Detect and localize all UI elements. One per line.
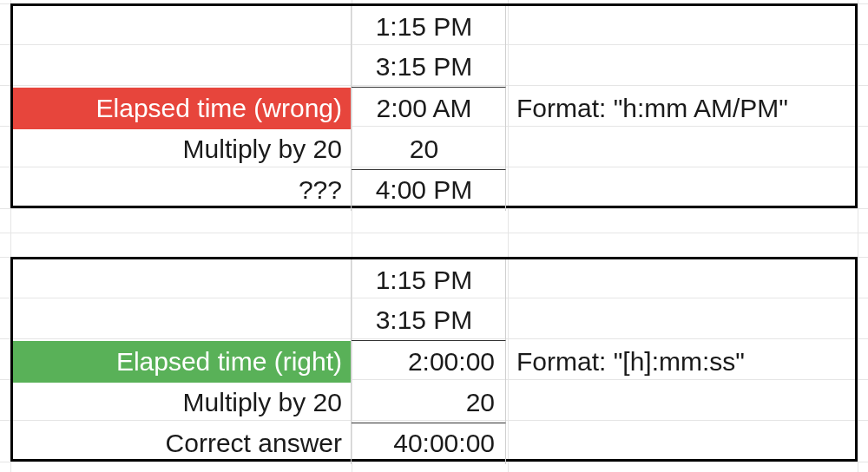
cell-label: Multiply by 20 — [13, 383, 352, 423]
cell-value: 2:00 AM — [352, 88, 506, 128]
spreadsheet-view: 1:15 PM 3:15 PM Elapsed time (wrong) 2:0… — [0, 0, 868, 472]
cell-note-format: Format: "[h]:mm:ss" — [506, 341, 855, 382]
cell-note — [506, 300, 855, 341]
cell-label — [13, 259, 352, 300]
cell-note — [506, 6, 855, 47]
cell-value: 3:15 PM — [352, 47, 506, 88]
table-row: ??? 4:00 PM — [13, 170, 855, 211]
cell-label — [13, 300, 352, 341]
table-row: Correct answer 40:00:00 — [13, 423, 855, 464]
table-row: Elapsed time (right) 2:00:00 Format: "[h… — [13, 341, 855, 382]
cell-note — [506, 259, 855, 300]
cell-note-format: Format: "h:mm AM/PM" — [506, 88, 855, 128]
cell-note — [506, 383, 855, 423]
table-row: 1:15 PM — [13, 259, 855, 300]
table-row: Elapsed time (wrong) 2:00 AM Format: "h:… — [13, 88, 855, 128]
cell-value: 1:15 PM — [352, 6, 506, 47]
table-row: 1:15 PM — [13, 6, 855, 47]
cell-label — [13, 47, 352, 88]
cell-note — [506, 47, 855, 88]
cell-value: 4:00 PM — [352, 170, 506, 211]
cell-value: 40:00:00 — [352, 423, 506, 464]
table-row: Multiply by 20 20 — [13, 129, 855, 170]
cell-label-result: Correct answer — [13, 423, 352, 464]
cell-value: 2:00:00 — [352, 341, 506, 382]
table-row: 3:15 PM — [13, 300, 855, 341]
cell-note — [506, 129, 855, 170]
cell-value: 1:15 PM — [352, 259, 506, 300]
cell-label-elapsed-wrong: Elapsed time (wrong) — [13, 88, 352, 128]
table-right: 1:15 PM 3:15 PM Elapsed time (right) 2:0… — [10, 257, 858, 462]
cell-label-elapsed-right: Elapsed time (right) — [13, 341, 352, 382]
cell-label: Multiply by 20 — [13, 129, 352, 170]
cell-label — [13, 6, 352, 47]
table-row: 3:15 PM — [13, 47, 855, 88]
cell-label-result: ??? — [13, 170, 352, 211]
cell-value: 20 — [352, 129, 506, 170]
cell-note — [506, 170, 855, 211]
cell-value: 3:15 PM — [352, 300, 506, 341]
cell-value: 20 — [352, 383, 506, 423]
table-row: Multiply by 20 20 — [13, 383, 855, 423]
cell-note — [506, 423, 855, 464]
table-wrong: 1:15 PM 3:15 PM Elapsed time (wrong) 2:0… — [10, 3, 858, 208]
